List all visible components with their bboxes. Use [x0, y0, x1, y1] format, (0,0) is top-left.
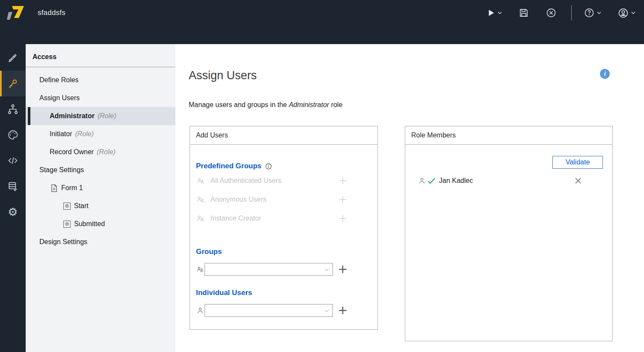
logo-yellow-shape — [12, 6, 24, 18]
role-suffix: (Role) — [98, 112, 116, 120]
forms-list-icon — [7, 180, 19, 192]
group-icon — [196, 214, 205, 223]
chevron-down-icon — [498, 12, 502, 15]
nav-list: Define Roles Assign Users Administrator … — [26, 67, 175, 251]
predefined-group-label: Anonymous Users — [211, 196, 267, 203]
rail-item-code[interactable] — [0, 148, 26, 173]
individual-users-heading: Individual Users — [196, 289, 252, 297]
plus-icon — [337, 305, 348, 316]
role-member-row: Jan Kadlec — [418, 171, 473, 190]
rail-item-forms[interactable] — [0, 173, 26, 199]
nav-item-define-roles[interactable]: Define Roles — [26, 71, 175, 89]
predefined-group-label: Instance Creator — [211, 215, 261, 222]
role-name-italic: Administrator — [289, 101, 329, 108]
app-logo — [7, 5, 27, 21]
page-title: Assign Users — [189, 69, 257, 82]
add-users-panel: Add Users Predefined Groups All Authenti… — [190, 126, 378, 330]
validate-button[interactable]: Validate — [552, 156, 603, 169]
add-selected-group-button[interactable] — [337, 264, 348, 275]
info-icon: i — [604, 70, 605, 78]
predefined-group-row: Anonymous Users — [196, 190, 377, 209]
remove-member-button[interactable] — [572, 175, 584, 187]
add-group-button-disabled[interactable] — [338, 194, 348, 205]
nav-item-submitted[interactable]: ⚙ Submitted — [26, 215, 175, 233]
check-icon — [426, 176, 436, 186]
rail-item-workflow[interactable] — [0, 96, 26, 122]
workflow-title: sfaddsfs — [38, 9, 65, 17]
chevron-down-icon — [597, 12, 601, 15]
org-chart-icon — [7, 103, 19, 115]
nav-item-form-1[interactable]: Form 1 — [26, 179, 175, 197]
help-button[interactable] — [582, 6, 603, 20]
stage-gear-icon: ⚙ — [63, 203, 71, 210]
palette-icon — [7, 129, 19, 141]
page-info-button[interactable]: i — [600, 69, 610, 79]
save-button[interactable] — [516, 6, 531, 20]
role-suffix: (Role) — [75, 130, 94, 138]
info-outline-icon[interactable] — [265, 163, 272, 170]
brush-icon — [7, 52, 19, 64]
chevron-down-icon[interactable] — [323, 266, 330, 274]
add-users-panel-title: Add Users — [190, 126, 377, 145]
groups-heading: Groups — [196, 248, 222, 256]
add-group-button-disabled[interactable] — [338, 176, 348, 186]
nav-panel-title: Access — [26, 44, 175, 67]
main-content: Assign Users i Manage users and groups i… — [175, 44, 644, 352]
rail-item-theme[interactable] — [0, 122, 26, 148]
rail-item-access[interactable] — [0, 71, 26, 96]
code-icon — [7, 155, 19, 167]
rail-item-design[interactable] — [0, 45, 26, 71]
close-circle-icon — [546, 7, 557, 18]
header-toolbar — [484, 5, 637, 21]
nav-item-assign-users[interactable]: Assign Users — [26, 89, 175, 107]
nav-item-record-owner-role[interactable]: Record Owner (Role) — [26, 143, 175, 161]
predefined-group-label: All Authenticated Users — [211, 177, 281, 185]
nav-item-initiator-role[interactable]: Initiator (Role) — [26, 125, 175, 143]
save-icon — [518, 7, 529, 18]
help-icon — [584, 7, 595, 18]
group-icon — [196, 265, 205, 274]
form-page-icon — [50, 184, 58, 192]
plus-icon — [338, 213, 348, 224]
groups-picker-row — [196, 260, 348, 279]
individual-users-picker-row — [196, 301, 348, 320]
key-icon — [7, 78, 19, 89]
role-suffix: (Role) — [97, 148, 116, 156]
person-icon — [196, 306, 205, 315]
nav-item-start[interactable]: ⚙ Start — [26, 197, 175, 215]
chevron-down-icon[interactable] — [323, 307, 330, 316]
nav-item-design-settings[interactable]: Design Settings — [26, 233, 175, 251]
rail-item-settings[interactable]: ⚙ — [0, 199, 26, 225]
plus-icon — [338, 194, 348, 205]
individual-users-combobox-input[interactable] — [205, 304, 321, 316]
role-members-panel: Role Members Validate Jan Kadlec — [405, 126, 613, 341]
add-selected-user-button[interactable] — [337, 305, 348, 316]
nav-selected-indicator — [28, 107, 30, 125]
group-icon — [196, 195, 205, 204]
icon-rail: ⚙ — [0, 44, 26, 352]
close-button[interactable] — [544, 6, 558, 20]
toolbar-divider — [571, 5, 572, 21]
nav-item-stage-settings[interactable]: Stage Settings — [26, 161, 175, 179]
run-button[interactable] — [484, 6, 504, 19]
individual-users-combobox[interactable] — [205, 304, 333, 317]
groups-combobox[interactable] — [205, 263, 333, 276]
rail-active-indicator — [0, 71, 2, 96]
x-icon — [573, 176, 583, 185]
plus-icon — [337, 264, 348, 275]
page-description: Manage users and groups in the Administr… — [189, 101, 342, 109]
predefined-group-row: Instance Creator — [196, 209, 377, 228]
role-members-panel-title: Role Members — [405, 126, 612, 145]
settings-gear-icon: ⚙ — [8, 206, 18, 218]
play-icon — [486, 8, 496, 18]
access-nav-panel: Access Define Roles Assign Users Adminis… — [26, 44, 175, 352]
nav-item-administrator-role[interactable]: Administrator (Role) — [26, 107, 175, 125]
predefined-group-row: All Authenticated Users — [196, 171, 377, 190]
add-group-button-disabled[interactable] — [338, 213, 348, 224]
predefined-groups-heading: Predefined Groups — [196, 162, 272, 170]
account-button[interactable] — [616, 6, 637, 21]
logo-gray-shape — [7, 12, 12, 20]
groups-combobox-input[interactable] — [205, 263, 321, 275]
person-icon — [418, 176, 426, 185]
plus-icon — [338, 176, 348, 186]
